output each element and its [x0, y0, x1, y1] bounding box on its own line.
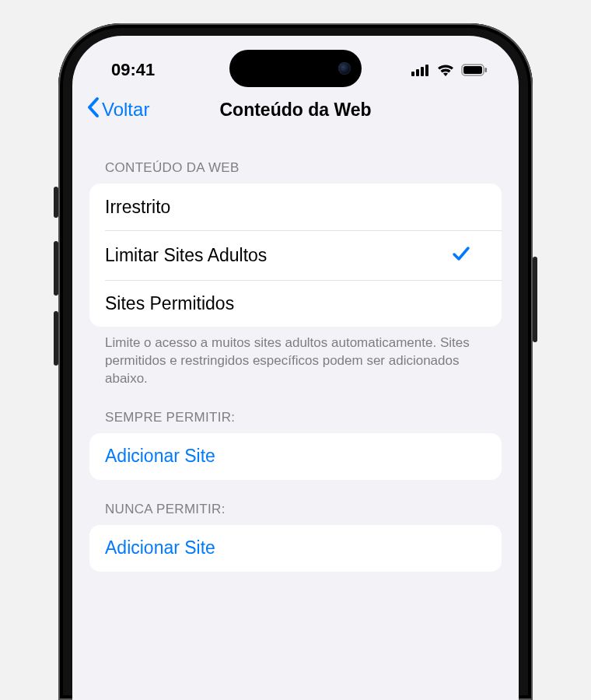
svg-rect-3	[425, 65, 428, 76]
svg-rect-2	[421, 67, 424, 76]
volume-down-button	[54, 311, 58, 366]
status-time: 09:41	[111, 60, 155, 80]
back-button[interactable]: Voltar	[86, 96, 149, 123]
option-allowed-only[interactable]: Sites Permitidos	[105, 280, 502, 327]
option-unrestricted[interactable]: Irrestrito	[89, 184, 502, 230]
add-site-label: Adicionar Site	[105, 446, 215, 467]
web-content-options: Irrestrito Limitar Sites Adultos	[89, 184, 502, 327]
option-label: Irrestrito	[105, 197, 170, 218]
status-icons	[411, 63, 488, 77]
option-label: Sites Permitidos	[105, 293, 234, 314]
front-camera	[338, 62, 351, 75]
always-allow-list: Adicionar Site	[89, 433, 502, 480]
section-header-never-allow: NUNCA PERMITIR:	[89, 502, 502, 517]
mute-switch	[54, 187, 58, 218]
add-site-always-allow[interactable]: Adicionar Site	[89, 433, 502, 480]
add-site-never-allow[interactable]: Adicionar Site	[89, 525, 502, 572]
screen: 09:41	[72, 36, 519, 700]
section-header-web-content: CONTEÚDO DA WEB	[89, 160, 502, 176]
svg-rect-5	[463, 66, 482, 74]
cellular-icon	[411, 64, 430, 76]
phone-frame: 09:41	[58, 23, 533, 700]
add-site-label: Adicionar Site	[105, 537, 215, 558]
svg-rect-0	[411, 72, 414, 76]
nav-bar: Voltar Conteúdo da Web	[72, 86, 519, 132]
svg-rect-1	[416, 69, 419, 76]
dynamic-island	[229, 50, 362, 87]
checkmark-icon	[452, 243, 470, 268]
option-limit-adult[interactable]: Limitar Sites Adultos	[105, 230, 502, 280]
chevron-left-icon	[86, 96, 100, 123]
svg-rect-6	[485, 68, 488, 72]
battery-icon	[461, 64, 488, 76]
option-label: Limitar Sites Adultos	[105, 245, 267, 266]
power-button	[533, 257, 537, 342]
wifi-icon	[436, 63, 455, 77]
section-footer-web-content: Limite o acesso a muitos sites adultos a…	[89, 327, 502, 388]
content-area: CONTEÚDO DA WEB Irrestrito Limitar Sites…	[72, 160, 519, 572]
section-header-always-allow: SEMPRE PERMITIR:	[89, 410, 502, 425]
never-allow-list: Adicionar Site	[89, 525, 502, 572]
back-label: Voltar	[102, 99, 149, 121]
volume-up-button	[54, 241, 58, 296]
